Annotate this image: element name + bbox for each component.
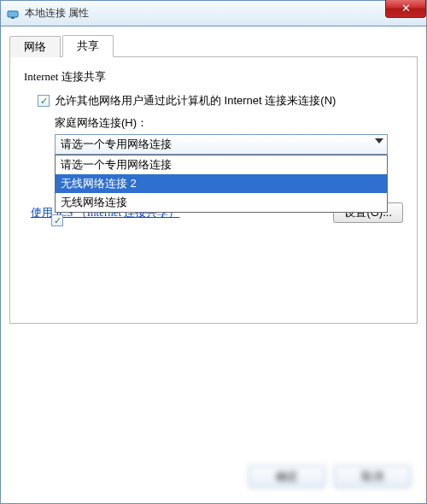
tab-network[interactable]: 网络 [9, 36, 61, 57]
ok-button[interactable]: 确定 [249, 466, 325, 488]
group-title: Internet 连接共享 [24, 69, 403, 85]
dropdown-option[interactable]: 无线网络连接 [56, 193, 387, 212]
combo-selected-text: 请选一个专用网络连接 [61, 137, 172, 152]
home-connection-label: 家庭网络连接(H)： [55, 115, 403, 131]
svg-rect-0 [8, 11, 18, 17]
tab-panel-sharing: Internet 连接共享 允许其他网络用户通过此计算机的 Internet 连… [9, 57, 418, 324]
dialog-button-bar: 确定 取消 [249, 466, 411, 488]
titlebar: 本地连接 属性 ✕ [1, 1, 426, 26]
properties-dialog: 本地连接 属性 ✕ 网络 共享 Internet 连接共享 允许其他网络用户通过… [0, 0, 427, 504]
second-checkbox[interactable] [51, 214, 63, 226]
allow-sharing-label: 允许其他网络用户通过此计算机的 Internet 连接来连接(N) [55, 93, 336, 108]
chevron-down-icon [375, 138, 383, 144]
client-area: 网络 共享 Internet 连接共享 允许其他网络用户通过此计算机的 Inte… [1, 26, 426, 503]
tab-sharing[interactable]: 共享 [62, 35, 114, 57]
home-connection-dropdown: 请选一个专用网络连接 无线网络连接 2 无线网络连接 [55, 155, 388, 213]
allow-sharing-row: 允许其他网络用户通过此计算机的 Internet 连接来连接(N) [38, 93, 403, 108]
window-title: 本地连接 属性 [25, 6, 89, 21]
allow-sharing-checkbox[interactable] [38, 95, 50, 107]
svg-rect-1 [11, 17, 15, 19]
tabstrip: 网络 共享 [9, 35, 418, 57]
second-checkbox-row [51, 213, 68, 226]
cancel-button[interactable]: 取消 [334, 466, 411, 488]
home-connection-combo-wrap: 请选一个专用网络连接 请选一个专用网络连接 无线网络连接 2 无线网络连接 [55, 134, 388, 155]
app-icon [6, 7, 20, 21]
close-icon: ✕ [401, 2, 411, 15]
dropdown-option[interactable]: 请选一个专用网络连接 [56, 155, 387, 174]
close-button[interactable]: ✕ [385, 0, 426, 18]
dropdown-option[interactable]: 无线网络连接 2 [56, 174, 387, 193]
home-connection-combo[interactable]: 请选一个专用网络连接 [55, 134, 388, 155]
